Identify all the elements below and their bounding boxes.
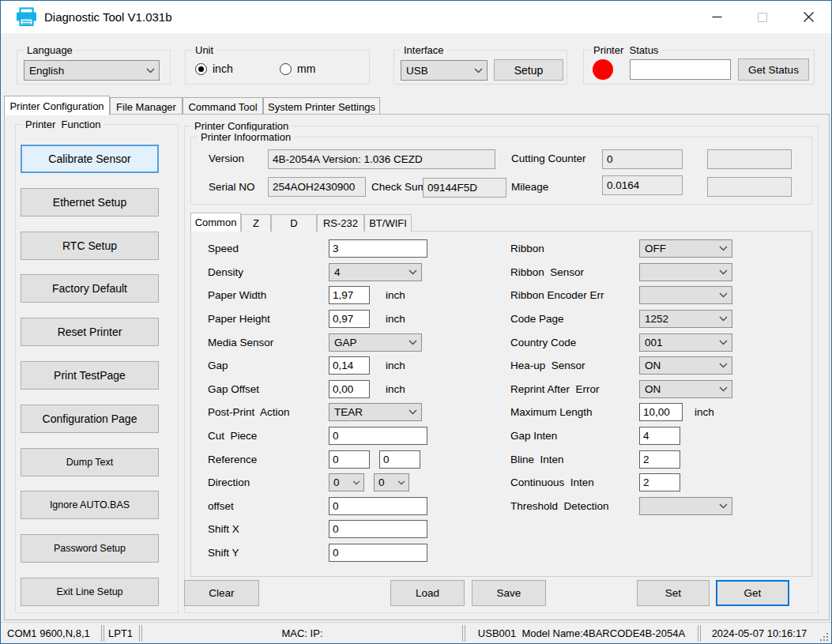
rtc-setup-button[interactable]: RTC Setup [21,232,159,260]
gap-offset-label: Gap Offset [208,383,329,395]
clear-button[interactable]: Clear [184,580,259,606]
paper-height-unit: inch [386,313,405,325]
chevron-down-icon [719,269,728,275]
field-row: Bline Inten [510,447,811,471]
password-setup-button[interactable]: Password Setup [21,534,159,563]
maximum-length-unit: inch [695,406,714,418]
post-print-action-select[interactable]: TEAR [329,403,422,421]
gap-label: Gap [208,360,329,371]
tab-system-printer-settings[interactable]: System Printer Settings [263,97,380,115]
head-up-sensor-select[interactable]: ON [639,356,732,375]
unit-mm-label: mm [297,62,315,75]
interface-group: Interface USB Setup [393,50,567,85]
ribbon-encoder-err-select[interactable] [639,286,732,304]
mileage-field: 0.0164 [602,175,683,195]
minimize-button[interactable] [694,1,740,33]
configuration-page-button[interactable]: Configuration Page [21,405,159,433]
subtab-d[interactable]: D [271,214,317,232]
statusbar-separator [462,625,465,642]
cutting-counter-extra-field [707,149,792,169]
chevron-down-icon [719,340,728,345]
bline-inten-label: Bline Inten [510,454,639,465]
close-button[interactable] [785,1,831,33]
chevron-down-icon [719,292,728,298]
maximum-length-input[interactable] [639,403,683,421]
tab-command-tool[interactable]: Command Tool [183,97,263,115]
offset-input[interactable] [329,497,427,515]
continuous-inten-input[interactable] [639,473,680,491]
field-row: Maximum Length inch [510,401,811,424]
printer-status-field[interactable] [630,59,731,80]
cut-piece-input[interactable] [329,427,427,445]
maximize-button [740,1,785,33]
country-code-select[interactable]: 001 [639,333,732,352]
continuous-inten-label: Continuous Inten [510,476,639,488]
density-label: Density [208,266,329,278]
language-select[interactable]: English [24,60,160,81]
set-button[interactable]: Set [637,580,710,606]
chevron-down-icon [719,316,728,322]
shift-y-input[interactable] [329,544,427,562]
ethernet-setup-button[interactable]: Ethernet Setup [21,188,159,217]
calibrate-sensor-button[interactable]: Calibrate Sensor [21,145,159,173]
printer-information-title: Printer Infoormation [198,131,294,143]
statusbar-lpt-port: LPT1 [105,623,138,644]
maximize-icon [758,13,767,22]
factory-default-button[interactable]: Factory Default [21,274,159,303]
gap-inten-input[interactable] [639,427,680,445]
resize-grip-icon[interactable] [817,623,831,644]
statusbar-separator [101,625,104,642]
unit-mm-radio[interactable] [280,63,292,75]
direction-first-select[interactable]: 0 [329,473,364,491]
reprint-after-error-select[interactable]: ON [639,380,732,398]
dump-text-button[interactable]: Dump Text [21,448,159,476]
ribbon-encoder-err-label: Ribbon Encoder Err [510,289,639,301]
exit-line-setup-button[interactable]: Exit Line Setup [21,578,159,606]
config-sub-tab-bar: Common Z D RS-232 BT/WIFI [190,213,412,232]
unit-inch-radio[interactable] [195,63,207,75]
direction-second-select[interactable]: 0 [374,473,409,491]
ignore-autobas-button[interactable]: Ignore AUTO.BAS [21,491,159,519]
tab-file-manager[interactable]: File Manager [110,97,183,115]
direction-label: Direction [208,476,329,488]
density-select[interactable]: 4 [329,263,422,281]
interface-select[interactable]: USB [401,60,488,81]
ribbon-sensor-select[interactable] [639,263,732,281]
subtab-z[interactable]: Z [241,214,271,232]
paper-height-input[interactable] [329,310,370,328]
chevron-down-icon [719,246,728,251]
gap-offset-input[interactable] [329,380,370,398]
print-testpage-button[interactable]: Print TestPage [21,361,159,390]
speed-input[interactable] [329,239,427,258]
save-button[interactable]: Save [472,580,546,606]
paper-width-input[interactable] [329,286,370,304]
bline-inten-input[interactable] [639,450,680,469]
statusbar-mac-ip: MAC: IP: [143,623,461,644]
load-button[interactable]: Load [390,580,465,606]
printer-status-group-title: Printer Status [590,44,661,56]
setup-button[interactable]: Setup [494,59,563,81]
subtab-rs232[interactable]: RS-232 [317,214,364,232]
ribbon-select[interactable]: OFF [639,239,732,258]
code-page-label: Code Page [510,313,639,325]
shift-x-input[interactable] [329,520,427,538]
media-sensor-select[interactable]: GAP [329,333,422,352]
field-row: Reprint After Error ON [510,378,811,401]
tab-printer-configuration[interactable]: Printer Configuration [4,96,110,115]
threshold-detection-select[interactable] [639,497,732,515]
chevron-down-icon [719,503,728,509]
get-button[interactable]: Get [716,580,789,606]
reference-y-input[interactable] [379,450,420,469]
subtab-btwifi[interactable]: BT/WIFI [364,214,412,232]
get-status-button[interactable]: Get Status [738,58,809,81]
code-page-select[interactable]: 1252 [639,310,732,328]
gap-unit: inch [386,360,405,371]
reference-x-input[interactable] [329,450,370,469]
unit-inch-label: inch [213,62,233,75]
chevron-down-icon [397,480,405,485]
reset-printer-button[interactable]: Reset Printer [21,318,159,346]
gap-input[interactable] [329,356,370,375]
field-row: Ribbon OFF [510,237,811,261]
field-row: Shift Y [208,541,634,565]
subtab-common[interactable]: Common [190,213,241,232]
